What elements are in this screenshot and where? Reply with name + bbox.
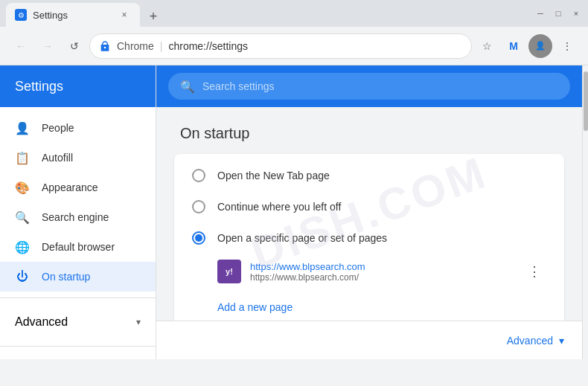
address-bar[interactable]: Chrome | chrome://settings (89, 33, 472, 59)
radio-new-tab[interactable] (192, 169, 205, 182)
add-new-page-button[interactable]: Add a new page (217, 295, 546, 319)
startup-url-item: y! https://www.blpsearch.com https://www… (174, 254, 564, 289)
advanced-label: Advanced (15, 315, 68, 329)
section-title: On startup (156, 107, 582, 154)
search-input[interactable] (202, 80, 558, 92)
bookmark-button[interactable]: ☆ (475, 34, 499, 58)
sidebar-item-extensions[interactable]: Extensions ↗ (0, 353, 156, 359)
sidebar-label-appearance: Appearance (42, 181, 98, 193)
advanced-dropdown-button[interactable]: Advanced ▾ (507, 335, 564, 347)
search-wrapper[interactable]: 🔍 (168, 73, 570, 100)
maximize-button[interactable]: □ (552, 7, 564, 19)
option-specific-page[interactable]: Open a specific page or set of pages (174, 222, 564, 254)
close-window-button[interactable]: × (570, 7, 582, 19)
on-startup-icon: ⏻ (15, 270, 30, 283)
url-main: https://www.blpsearch.com (250, 261, 514, 272)
url-text-block: https://www.blpsearch.com https://www.bl… (250, 261, 514, 283)
more-menu-button[interactable]: ⋮ (555, 34, 579, 58)
url-more-button[interactable]: ⋮ (523, 260, 546, 283)
back-button[interactable]: ← (9, 34, 33, 58)
sidebar-item-people[interactable]: 👤 People (0, 113, 156, 143)
navigation-bar: ← → ↺ Chrome | chrome://settings ☆ M 👤 ⋮ (0, 27, 588, 65)
option-continue-label: Continue where you left off (217, 201, 341, 213)
people-icon: 👤 (15, 121, 30, 135)
search-icon: 🔍 (180, 80, 195, 94)
sidebar: Settings 👤 People 📋 Autofill 🎨 Appearanc… (0, 65, 156, 359)
main-content: 🔍 DISH.COM On startup Open the New Tab p… (156, 65, 582, 359)
sidebar-title: Settings (0, 65, 156, 107)
sidebar-advanced-section[interactable]: Advanced ▾ (0, 304, 156, 340)
address-separator: | (160, 40, 163, 52)
sidebar-nav: 👤 People 📋 Autofill 🎨 Appearance 🔍 Searc… (0, 107, 156, 359)
settings-tab-icon: ⚙ (15, 9, 27, 21)
sidebar-label-search: Search engine (42, 211, 109, 223)
sidebar-item-default-browser[interactable]: 🌐 Default browser (0, 232, 156, 262)
reload-button[interactable]: ↺ (63, 34, 86, 58)
advanced-arrow-icon: ▾ (136, 317, 141, 327)
sidebar-label-on-startup: On startup (42, 271, 90, 283)
radio-continue[interactable] (192, 200, 205, 213)
option-specific-page-label: Open a specific page or set of pages (217, 232, 387, 244)
forward-button[interactable]: → (36, 34, 60, 58)
settings-tab[interactable]: ⚙ Settings × (6, 3, 140, 27)
radio-inner-dot (195, 234, 202, 242)
url-favicon: y! (217, 260, 241, 283)
appearance-icon: 🎨 (15, 181, 30, 195)
sidebar-label-autofill: Autofill (42, 152, 73, 164)
new-tab-button[interactable]: + (143, 6, 164, 27)
url-sub: https://www.blpsearch.com/ (250, 272, 514, 283)
scrollbar-track[interactable] (582, 65, 588, 359)
minimize-button[interactable]: ─ (534, 7, 546, 19)
search-area: 🔍 (156, 65, 582, 107)
address-scheme: Chrome (117, 40, 154, 52)
default-browser-icon: 🌐 (15, 240, 30, 254)
secure-icon (99, 40, 111, 52)
sidebar-item-search-engine[interactable]: 🔍 Search engine (0, 202, 156, 232)
option-new-tab[interactable]: Open the New Tab page (174, 160, 564, 191)
sidebar-item-appearance[interactable]: 🎨 Appearance (0, 173, 156, 202)
sidebar-item-on-startup[interactable]: ⏻ On startup (0, 262, 156, 292)
search-engine-icon: 🔍 (15, 210, 30, 225)
sidebar-divider-2 (0, 346, 156, 347)
tab-title: Settings (33, 10, 68, 21)
advanced-dropdown-label: Advanced (507, 335, 553, 347)
autofill-icon: 📋 (15, 151, 30, 165)
dropdown-arrow-icon: ▾ (559, 335, 564, 347)
radio-specific-page[interactable] (192, 231, 205, 245)
bottom-bar: Advanced ▾ (156, 321, 582, 359)
address-path: chrome://settings (168, 40, 248, 52)
window-controls: ─ □ × (534, 7, 582, 19)
avatar-button[interactable]: 👤 (528, 34, 552, 58)
option-continue[interactable]: Continue where you left off (174, 191, 564, 222)
sidebar-label-people: People (42, 122, 74, 134)
sidebar-divider (0, 297, 156, 298)
nav-right-icons: ☆ M 👤 ⋮ (475, 34, 579, 58)
title-bar: ⚙ Settings × + ─ □ × (0, 0, 588, 27)
profile-button[interactable]: M (502, 34, 525, 58)
close-tab-btn[interactable]: × (118, 8, 131, 22)
sidebar-item-autofill[interactable]: 📋 Autofill (0, 143, 156, 173)
option-new-tab-label: Open the New Tab page (217, 170, 330, 181)
sidebar-label-default-browser: Default browser (42, 241, 115, 253)
settings-container: Settings 👤 People 📋 Autofill 🎨 Appearanc… (0, 65, 588, 359)
scrollbar-thumb[interactable] (584, 71, 588, 131)
